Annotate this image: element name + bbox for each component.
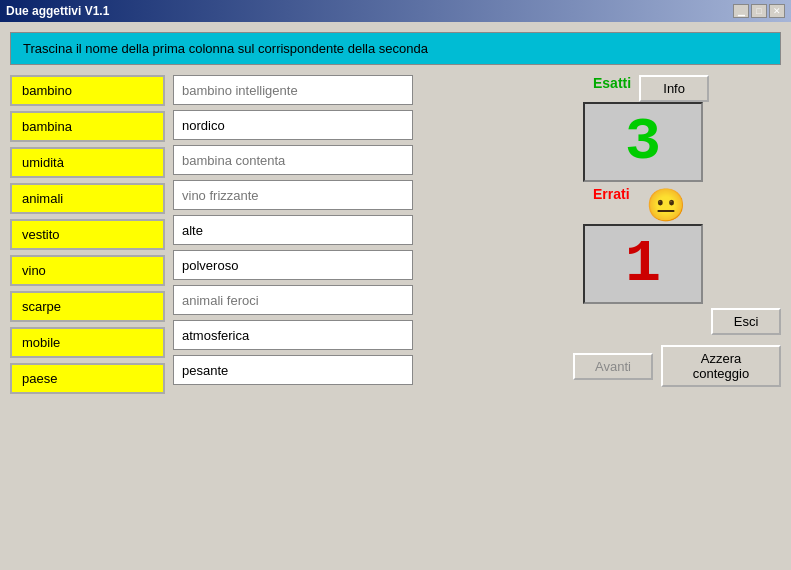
instruction-text: Trascina il nome della prima colonna sul… bbox=[23, 41, 428, 56]
input-field-1[interactable] bbox=[173, 110, 413, 140]
title-bar-title: Due aggettivi V1.1 bbox=[6, 4, 109, 18]
input-field-0[interactable] bbox=[173, 75, 413, 105]
main-content: bambinobambinaumiditàanimalivestitovinos… bbox=[10, 75, 781, 394]
esatti-header: Esatti Info bbox=[573, 75, 781, 102]
input-field-7[interactable] bbox=[173, 320, 413, 350]
input-field-4[interactable] bbox=[173, 215, 413, 245]
input-field-6[interactable] bbox=[173, 285, 413, 315]
errati-label: Errati bbox=[593, 186, 630, 202]
smiley-icon: 😐 bbox=[646, 186, 686, 224]
close-button[interactable]: ✕ bbox=[769, 4, 785, 18]
col-labels: bambinobambinaumiditàanimalivestitovinos… bbox=[10, 75, 165, 394]
esci-button[interactable]: Esci bbox=[711, 308, 781, 335]
columns-area: bambinobambinaumiditàanimalivestitovinos… bbox=[10, 75, 565, 394]
bottom-buttons: Avanti Azzera conteggio bbox=[573, 345, 781, 387]
window-body: Trascina il nome della prima colonna sul… bbox=[0, 22, 791, 570]
esatti-digit: 3 bbox=[625, 112, 661, 172]
input-field-3[interactable] bbox=[173, 180, 413, 210]
maximize-button[interactable]: □ bbox=[751, 4, 767, 18]
right-panel: Esatti Info 3 Errati 😐 1 Esci bbox=[573, 75, 781, 394]
instruction-bar: Trascina il nome della prima colonna sul… bbox=[10, 32, 781, 65]
title-bar: Due aggettivi V1.1 ▁ □ ✕ bbox=[0, 0, 791, 22]
esatti-label: Esatti bbox=[593, 75, 631, 91]
title-bar-buttons: ▁ □ ✕ bbox=[733, 4, 785, 18]
esatti-display: 3 bbox=[583, 102, 703, 182]
errati-block: Errati 😐 1 Esci bbox=[573, 186, 781, 335]
label-btn-3[interactable]: animali bbox=[10, 183, 165, 214]
input-field-2[interactable] bbox=[173, 145, 413, 175]
label-btn-1[interactable]: bambina bbox=[10, 111, 165, 142]
label-btn-5[interactable]: vino bbox=[10, 255, 165, 286]
info-button[interactable]: Info bbox=[639, 75, 709, 102]
label-btn-2[interactable]: umidità bbox=[10, 147, 165, 178]
col-inputs bbox=[173, 75, 565, 394]
minimize-button[interactable]: ▁ bbox=[733, 4, 749, 18]
label-btn-8[interactable]: paese bbox=[10, 363, 165, 394]
label-btn-7[interactable]: mobile bbox=[10, 327, 165, 358]
errati-header: Errati 😐 bbox=[573, 186, 781, 224]
label-btn-4[interactable]: vestito bbox=[10, 219, 165, 250]
avanti-button[interactable]: Avanti bbox=[573, 353, 653, 380]
label-btn-6[interactable]: scarpe bbox=[10, 291, 165, 322]
azzera-button[interactable]: Azzera conteggio bbox=[661, 345, 781, 387]
esatti-block: Esatti Info 3 bbox=[573, 75, 781, 182]
errati-display: 1 bbox=[583, 224, 703, 304]
errati-digit: 1 bbox=[625, 234, 661, 294]
label-btn-0[interactable]: bambino bbox=[10, 75, 165, 106]
input-field-5[interactable] bbox=[173, 250, 413, 280]
input-field-8[interactable] bbox=[173, 355, 413, 385]
